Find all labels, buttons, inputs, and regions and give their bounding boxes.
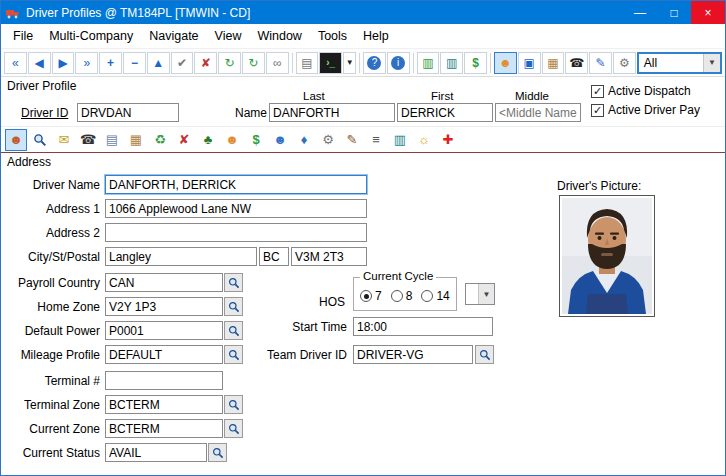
info-button[interactable]: i bbox=[387, 52, 410, 74]
print-button[interactable]: ▤ bbox=[296, 52, 319, 74]
active-dispatch-checkbox[interactable]: ✓ Active Dispatch bbox=[591, 84, 691, 98]
tab-ledger-icon[interactable]: ▥ bbox=[389, 129, 411, 151]
tab-pay-icon[interactable]: $ bbox=[245, 129, 267, 151]
postal-input[interactable] bbox=[291, 247, 367, 266]
tab-driver-icon[interactable]: ☻ bbox=[5, 129, 27, 151]
current-zone-lookup-button[interactable] bbox=[224, 419, 243, 438]
cycle-14-label: 14 bbox=[436, 289, 449, 303]
tab-phone-icon[interactable]: ☎ bbox=[77, 129, 99, 151]
menu-window[interactable]: Window bbox=[249, 26, 309, 46]
main-toolbar: « ◀ ▶ » + − ▲ ✔ ✘ ↻ ↻ ∞ ▤ ›_ ▼ ? i ▥ ▥ $… bbox=[1, 49, 725, 77]
notes-button[interactable]: ✎ bbox=[589, 52, 612, 74]
driver-id-input[interactable] bbox=[77, 103, 179, 122]
tab-person-icon[interactable]: ☻ bbox=[221, 129, 243, 151]
payroll-country-lookup-button[interactable] bbox=[224, 273, 243, 292]
command-prompt-dropdown-arrow[interactable]: ▼ bbox=[343, 52, 356, 74]
tab-settings-icon[interactable]: ⚙ bbox=[317, 129, 339, 151]
menu-multi-company[interactable]: Multi-Company bbox=[41, 26, 141, 46]
cycle-14-radio[interactable]: 14 bbox=[421, 289, 449, 303]
last-name-input[interactable] bbox=[269, 103, 395, 122]
last-record-button[interactable]: » bbox=[75, 52, 98, 74]
current-cycle-groupbox: Current Cycle 7 8 14 bbox=[353, 277, 457, 311]
tab-notes-icon[interactable]: ✎ bbox=[341, 129, 363, 151]
cycle-combobox[interactable]: ▼ bbox=[465, 283, 495, 305]
tab-team-icon[interactable]: ☻ bbox=[269, 129, 291, 151]
tab-grid-icon[interactable]: ▦ bbox=[125, 129, 147, 151]
team-driver-id-lookup-button[interactable] bbox=[475, 345, 494, 364]
next-record-button[interactable]: ▶ bbox=[52, 52, 75, 74]
tab-list-icon[interactable]: ▤ bbox=[101, 129, 123, 151]
ledger-button[interactable]: ▥ bbox=[440, 52, 463, 74]
money-button[interactable]: $ bbox=[464, 52, 487, 74]
terminal-zone-lookup-button[interactable] bbox=[224, 395, 243, 414]
settings-button[interactable]: ⚙ bbox=[613, 52, 636, 74]
help-globe-button[interactable]: ? bbox=[363, 52, 386, 74]
first-record-button[interactable]: « bbox=[4, 52, 27, 74]
previous-record-button[interactable]: ◀ bbox=[28, 52, 51, 74]
menu-navigate[interactable]: Navigate bbox=[141, 26, 206, 46]
remove-record-button[interactable]: − bbox=[123, 52, 146, 74]
city-input[interactable] bbox=[105, 247, 257, 266]
filter-combobox[interactable]: All ▼ bbox=[637, 52, 722, 74]
terminal-number-input[interactable] bbox=[105, 371, 223, 390]
tab-search-icon[interactable] bbox=[29, 129, 51, 151]
driver-picture bbox=[559, 195, 655, 317]
tab-delete-icon[interactable]: ✘ bbox=[173, 129, 195, 151]
menu-file[interactable]: File bbox=[5, 26, 41, 46]
driver-profiles-button[interactable]: ☻ bbox=[494, 52, 517, 74]
active-driver-pay-checkbox[interactable]: ✓ Active Driver Pay bbox=[591, 103, 700, 117]
driver-profile-section-title: Driver Profile bbox=[7, 79, 76, 93]
home-zone-lookup-button[interactable] bbox=[224, 297, 243, 316]
computer-button[interactable]: ▣ bbox=[518, 52, 541, 74]
notebook-button[interactable]: ▥ bbox=[417, 52, 440, 74]
start-time-label: Start Time bbox=[241, 320, 347, 334]
home-zone-input[interactable] bbox=[105, 297, 223, 316]
toolbar-separator bbox=[490, 53, 491, 73]
cycle-8-radio[interactable]: 8 bbox=[391, 289, 413, 303]
minimize-button[interactable]: — bbox=[623, 1, 657, 24]
middle-name-input[interactable] bbox=[495, 103, 581, 122]
current-status-input[interactable] bbox=[105, 443, 207, 462]
driver-name-input[interactable] bbox=[105, 175, 367, 194]
mileage-profile-input[interactable] bbox=[105, 345, 223, 364]
tab-recycle-icon[interactable]: ♻ bbox=[149, 129, 171, 151]
toolbar-separator bbox=[359, 53, 360, 73]
refresh-all-button[interactable]: ↻ bbox=[242, 52, 265, 74]
add-record-button[interactable]: + bbox=[99, 52, 122, 74]
default-power-input[interactable] bbox=[105, 321, 223, 340]
close-button[interactable]: × bbox=[691, 1, 725, 24]
payroll-country-input[interactable] bbox=[105, 273, 223, 292]
view-binoculars-button[interactable]: ∞ bbox=[266, 52, 289, 74]
maximize-button[interactable]: □ bbox=[657, 1, 691, 24]
menu-tools[interactable]: Tools bbox=[310, 26, 355, 46]
tab-diamond-icon[interactable]: ♦ bbox=[293, 129, 315, 151]
tab-medical-icon[interactable]: ✚ bbox=[437, 129, 459, 151]
tab-menu-icon[interactable]: ≡ bbox=[365, 129, 387, 151]
move-up-button[interactable]: ▲ bbox=[147, 52, 170, 74]
tab-tree-icon[interactable]: ♣ bbox=[197, 129, 219, 151]
command-prompt-button[interactable]: ›_ bbox=[319, 52, 342, 74]
address2-input[interactable] bbox=[105, 223, 367, 242]
state-input[interactable] bbox=[259, 247, 289, 266]
menu-view[interactable]: View bbox=[207, 26, 250, 46]
tab-mail-icon[interactable]: ✉ bbox=[53, 129, 75, 151]
cycle-8-radio-dot bbox=[391, 290, 403, 302]
start-time-input[interactable] bbox=[353, 317, 493, 336]
current-status-lookup-button[interactable] bbox=[208, 443, 227, 462]
team-driver-id-input[interactable] bbox=[353, 345, 473, 364]
cycle-combobox-arrow[interactable]: ▼ bbox=[478, 284, 494, 304]
address1-input[interactable] bbox=[105, 199, 367, 218]
first-name-input[interactable] bbox=[397, 103, 493, 122]
cycle-7-radio[interactable]: 7 bbox=[360, 289, 382, 303]
terminal-zone-input[interactable] bbox=[105, 395, 223, 414]
phone-button[interactable]: ☎ bbox=[565, 52, 588, 74]
card-file-button[interactable]: ▦ bbox=[542, 52, 565, 74]
tab-sun-icon[interactable]: ☼ bbox=[413, 129, 435, 151]
filter-combobox-arrow[interactable]: ▼ bbox=[703, 54, 720, 72]
save-button[interactable]: ✔ bbox=[171, 52, 194, 74]
current-zone-input[interactable] bbox=[105, 419, 223, 438]
driver-id-label[interactable]: Driver ID bbox=[21, 106, 68, 120]
cancel-button[interactable]: ✘ bbox=[194, 52, 217, 74]
refresh-button[interactable]: ↻ bbox=[218, 52, 241, 74]
menu-help[interactable]: Help bbox=[355, 26, 397, 46]
